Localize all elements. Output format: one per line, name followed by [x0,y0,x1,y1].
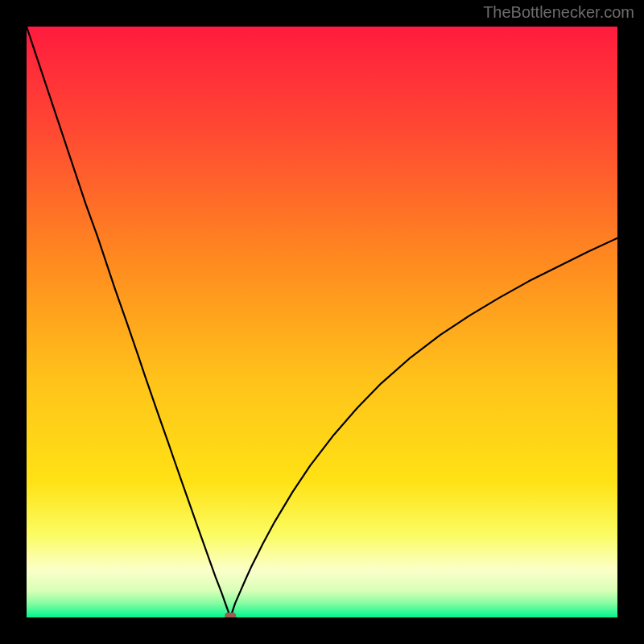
chart-container: TheBottlenecker.com [0,0,644,644]
gradient-background [27,27,617,617]
watermark-text: TheBottlenecker.com [483,3,634,22]
plot-svg [27,27,617,617]
optimum-marker [225,613,236,617]
plot-area [27,27,617,617]
